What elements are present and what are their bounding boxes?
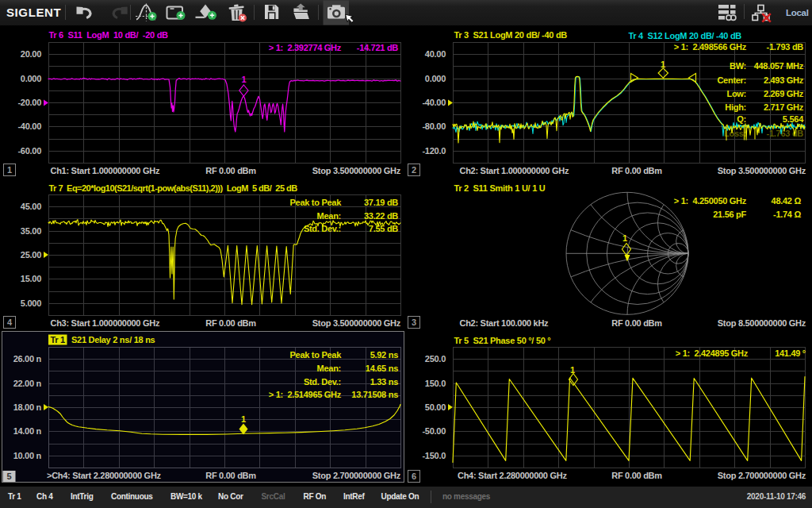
svg-text:RF 0.00 dBm: RF 0.00 dBm xyxy=(205,166,256,175)
svg-text:Tr 2 S11 Smith 1 U/ 1 U: Tr 2 S11 Smith 1 U/ 1 U xyxy=(454,183,546,193)
svg-text:14.65 ns: 14.65 ns xyxy=(366,364,398,373)
svg-text:2.269 GHz: 2.269 GHz xyxy=(764,89,804,98)
svg-text:RF 0.00 dBm: RF 0.00 dBm xyxy=(611,166,662,175)
svg-text:SIGLENT: SIGLENT xyxy=(6,6,61,19)
svg-text:-40.00: -40.00 xyxy=(422,98,446,107)
svg-text:0.000: 0.000 xyxy=(21,74,41,83)
svg-text:Mean:: Mean: xyxy=(317,364,341,373)
svg-text:> 1: 4.250050 GHz: > 1: 4.250050 GHz xyxy=(674,196,747,206)
svg-text:5.92 ns: 5.92 ns xyxy=(370,350,399,360)
svg-text:-150.0: -150.0 xyxy=(422,451,446,460)
svg-text:1.33 ns: 1.33 ns xyxy=(370,377,399,387)
svg-text:141.49 °: 141.49 ° xyxy=(775,348,806,358)
svg-text:Tr 1: Tr 1 xyxy=(50,335,65,344)
svg-text:35.00: 35.00 xyxy=(21,226,41,236)
svg-text:-20.00: -20.00 xyxy=(17,98,41,107)
svg-text:0.000: 0.000 xyxy=(425,74,446,83)
svg-text:Stop 2.700000000 GHz: Stop 2.700000000 GHz xyxy=(312,471,401,480)
svg-text:13.71508 ns: 13.71508 ns xyxy=(351,390,398,399)
svg-text:2.717 GHz: 2.717 GHz xyxy=(764,102,804,112)
svg-text:1: 1 xyxy=(622,233,627,243)
svg-text:18.00 n: 18.00 n xyxy=(13,402,42,412)
svg-text:1: 1 xyxy=(241,414,246,424)
svg-text:1: 1 xyxy=(661,60,665,69)
svg-text:1: 1 xyxy=(7,165,12,175)
svg-text:RF 0.00 dBm: RF 0.00 dBm xyxy=(611,318,662,328)
svg-text:-1.74 Ω: -1.74 Ω xyxy=(773,210,801,219)
svg-text:Local: Local xyxy=(786,8,809,17)
svg-text:45.00: 45.00 xyxy=(21,202,41,211)
svg-text:150.0: 150.0 xyxy=(425,379,446,388)
svg-text:25.00: 25.00 xyxy=(21,250,41,260)
svg-text:33.22 dB: 33.22 dB xyxy=(364,211,398,221)
svg-text:448.057 MHz: 448.057 MHz xyxy=(754,61,804,71)
svg-text:10.00 n: 10.00 n xyxy=(13,451,42,460)
svg-text:> 1: 2.498566 GHz: > 1: 2.498566 GHz xyxy=(674,42,747,52)
svg-text:RF 0.00 dBm: RF 0.00 dBm xyxy=(611,471,662,480)
svg-text:S21 Delay 2 ns/ 18 ns: S21 Delay 2 ns/ 18 ns xyxy=(71,335,155,344)
svg-text:5.000: 5.000 xyxy=(21,298,41,308)
svg-text:Mean:: Mean: xyxy=(317,211,341,221)
svg-text:-80.00: -80.00 xyxy=(422,121,446,131)
svg-text:14.00 n: 14.00 n xyxy=(13,426,42,436)
svg-text:22.00 n: 22.00 n xyxy=(13,379,42,388)
svg-text:Ch4: Start 2.280000000 GHz: Ch4: Start 2.280000000 GHz xyxy=(458,471,567,480)
svg-text:Peak to Peak: Peak to Peak xyxy=(289,350,342,360)
svg-text:Tr 5 S21 Phase 50 °/ 50 °: Tr 5 S21 Phase 50 °/ 50 ° xyxy=(454,336,551,345)
svg-text:6: 6 xyxy=(412,471,416,481)
svg-text:48.42 Ω: 48.42 Ω xyxy=(772,196,802,206)
svg-text:3: 3 xyxy=(412,318,416,327)
svg-text:Peak to Peak: Peak to Peak xyxy=(289,198,342,207)
svg-text:>Ch4: Start 2.280000000 GHz: >Ch4: Start 2.280000000 GHz xyxy=(47,471,162,480)
svg-text:Stop 8.500000000 GHz: Stop 8.500000000 GHz xyxy=(718,318,806,328)
svg-text:Stop 3.500000000 GHz: Stop 3.500000000 GHz xyxy=(312,166,401,175)
svg-text:1: 1 xyxy=(241,75,246,84)
svg-text:Ch3: Start 1.000000000 GHz: Ch3: Start 1.000000000 GHz xyxy=(51,318,160,328)
svg-text:-1.763 dB: -1.763 dB xyxy=(767,129,804,138)
svg-text:> 1: 2.392774 GHz: > 1: 2.392774 GHz xyxy=(269,43,342,52)
svg-text:-50.00: -50.00 xyxy=(422,426,446,436)
svg-text:> 1: 2.514965 GHz: > 1: 2.514965 GHz xyxy=(269,390,342,399)
svg-text:Ch2: Start 100.000 kHz: Ch2: Start 100.000 kHz xyxy=(460,318,550,328)
svg-text:5.564: 5.564 xyxy=(783,114,804,124)
svg-text:RF 0.00 dBm: RF 0.00 dBm xyxy=(205,471,256,480)
svg-text:BW:: BW: xyxy=(730,61,746,71)
svg-text:RF 0.00 dBm: RF 0.00 dBm xyxy=(205,318,256,328)
svg-text:40.00: 40.00 xyxy=(425,49,446,59)
svg-text:2: 2 xyxy=(412,165,416,175)
svg-text:2.493 GHz: 2.493 GHz xyxy=(764,75,804,85)
svg-text:Tr 3 S21 LogM 20 dB/ -40 dB: Tr 3 S21 LogM 20 dB/ -40 dB xyxy=(454,30,568,40)
svg-text:250.0: 250.0 xyxy=(425,354,446,364)
svg-text:15.00: 15.00 xyxy=(21,274,41,283)
svg-text:-40.00: -40.00 xyxy=(17,121,41,131)
svg-text:1: 1 xyxy=(570,365,575,375)
svg-text:> 1: 2.424895 GHz: > 1: 2.424895 GHz xyxy=(676,348,749,358)
svg-text:-120.0: -120.0 xyxy=(422,146,446,156)
svg-text:-60.00: -60.00 xyxy=(17,146,41,156)
svg-text:Tr 7 Eq=20*log10(S21/sqrt(1-p: Tr 7 Eq=20*log10(S21/sqrt(1-pow(abs(S11)… xyxy=(49,183,298,193)
svg-text:Tr 4 S12 LogM 20 dB/ -40 dB: Tr 4 S12 LogM 20 dB/ -40 dB xyxy=(629,31,742,40)
svg-text:Stop 2.700000000 GHz: Stop 2.700000000 GHz xyxy=(718,471,806,480)
svg-text:Std. Dev.:: Std. Dev.: xyxy=(304,377,341,387)
svg-text:Tr 6 S11 LogM 10 dB/ -20 d: Tr 6 S11 LogM 10 dB/ -20 dB xyxy=(49,30,169,40)
svg-text:5: 5 xyxy=(7,471,12,481)
svg-text:20.00: 20.00 xyxy=(21,49,41,59)
svg-text:Low:: Low: xyxy=(726,89,746,98)
svg-text:Ch2: Start 1.000000000 GHz: Ch2: Start 1.000000000 GHz xyxy=(460,166,569,175)
svg-text:Ch1: Start 1.000000000 GHz: Ch1: Start 1.000000000 GHz xyxy=(51,166,160,175)
svg-text:-14.721 dB: -14.721 dB xyxy=(357,43,399,52)
svg-text:50.00: 50.00 xyxy=(425,402,446,412)
svg-text:High:: High: xyxy=(725,102,746,112)
svg-text:21.56 pF: 21.56 pF xyxy=(713,210,746,219)
svg-text:-1.793 dB: -1.793 dB xyxy=(767,42,804,52)
svg-text:Q:: Q: xyxy=(737,114,746,124)
svg-text:Center:: Center: xyxy=(717,75,746,85)
svg-text:37.19 dB: 37.19 dB xyxy=(364,198,398,207)
svg-text:26.00 n: 26.00 n xyxy=(13,354,42,364)
svg-text:Stop 3.500000000 GHz: Stop 3.500000000 GHz xyxy=(312,318,401,328)
svg-text:Stop 3.500000000 GHz: Stop 3.500000000 GHz xyxy=(718,166,806,175)
